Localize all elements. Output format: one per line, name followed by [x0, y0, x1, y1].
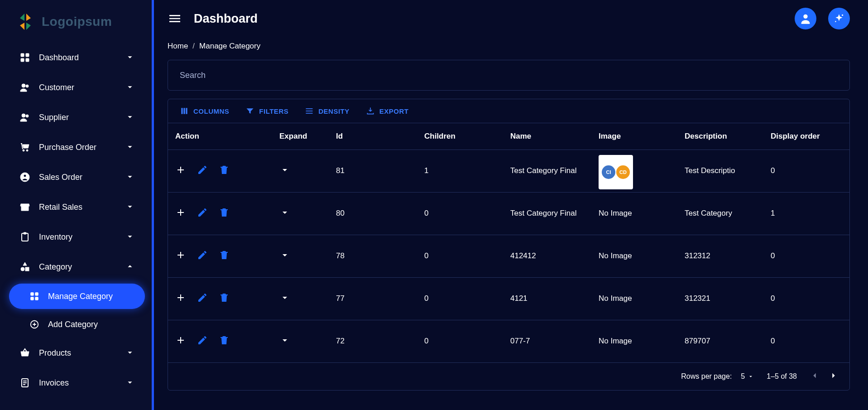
add-action-button[interactable] — [175, 207, 186, 220]
logo[interactable]: Logoipsum — [0, 0, 154, 41]
edit-action-button[interactable] — [197, 250, 208, 263]
header-expand[interactable]: Expand — [272, 123, 329, 150]
add-action-button[interactable] — [175, 292, 186, 305]
menu-toggle-button[interactable] — [168, 11, 182, 26]
sparkle-button[interactable] — [828, 8, 850, 29]
thumbnail-image: CICD — [599, 155, 633, 189]
sidebar-item-retail-sales[interactable]: Retail Sales — [9, 192, 145, 222]
next-page-button[interactable] — [829, 371, 839, 382]
cell-id: 72 — [329, 320, 417, 362]
svg-point-6 — [22, 114, 25, 117]
density-button[interactable]: DENSITY — [298, 103, 356, 119]
table-header-row: Action Expand Id Children Name Image Des… — [168, 123, 850, 150]
sidebar-subitem-label: Add Category — [48, 320, 135, 329]
breadcrumb: Home / Manage Category — [168, 42, 850, 51]
toolbar-filters-label: FILTERS — [259, 107, 288, 115]
add-action-button[interactable] — [175, 250, 186, 263]
people-icon — [19, 82, 31, 93]
rows-per-page-select[interactable]: 5 — [741, 372, 754, 381]
delete-action-button[interactable] — [219, 164, 230, 178]
delete-action-button[interactable] — [219, 207, 230, 220]
chevron-down-icon — [125, 232, 135, 243]
expand-row-button[interactable] — [279, 169, 290, 177]
header-description[interactable]: Description — [677, 123, 763, 150]
expand-row-button[interactable] — [279, 254, 290, 262]
sidebar-item-supplier[interactable]: Supplier — [9, 102, 145, 132]
cell-name: Test Category Final — [503, 192, 591, 235]
delete-action-button[interactable] — [219, 335, 230, 348]
invoice-icon — [19, 377, 31, 389]
breadcrumb-home[interactable]: Home — [168, 42, 188, 51]
edit-action-button[interactable] — [197, 292, 208, 305]
header-display-order[interactable]: Display order — [763, 123, 850, 150]
category-icon — [19, 261, 31, 273]
cell-name: 412412 — [503, 235, 591, 277]
svg-rect-19 — [35, 297, 38, 300]
store-icon — [19, 201, 31, 213]
sidebar-item-label: Retail Sales — [39, 203, 117, 212]
edit-action-button[interactable] — [197, 164, 208, 178]
sidebar-item-label: Supplier — [39, 113, 117, 122]
sidebar-subitem-manage-category[interactable]: Manage Category — [9, 284, 145, 309]
expand-row-button[interactable] — [279, 339, 290, 347]
search-box[interactable] — [168, 60, 850, 91]
cart-icon — [19, 141, 31, 153]
dashboard-icon — [29, 291, 40, 302]
edit-action-button[interactable] — [197, 335, 208, 348]
svg-point-24 — [835, 21, 836, 22]
header-children[interactable]: Children — [417, 123, 503, 150]
table-row: 720077-7No Image879707020 — [168, 320, 850, 362]
sidebar-subitem-add-category[interactable]: Add Category — [9, 311, 145, 338]
add-action-button[interactable] — [175, 164, 186, 178]
expand-row-button[interactable] — [279, 296, 290, 305]
cell-name: Test Category Final — [503, 150, 591, 192]
header-image[interactable]: Image — [591, 123, 677, 150]
svg-rect-29 — [306, 111, 313, 111]
sidebar-item-category[interactable]: Category — [9, 252, 145, 282]
svg-rect-25 — [181, 108, 182, 114]
sidebar-item-customer[interactable]: Customer — [9, 72, 145, 102]
header-action[interactable]: Action — [168, 123, 272, 150]
cell-description: Test Descriptio — [677, 150, 763, 192]
profile-button[interactable] — [795, 8, 816, 29]
prev-page-button[interactable] — [810, 371, 820, 382]
svg-point-14 — [21, 267, 24, 271]
sidebar-item-invoices[interactable]: Invoices — [9, 368, 145, 398]
svg-rect-2 — [21, 58, 24, 62]
export-button[interactable]: EXPORT — [360, 103, 415, 119]
chevron-up-icon — [125, 261, 135, 273]
edit-action-button[interactable] — [197, 207, 208, 220]
cell-description: 312312 — [677, 235, 763, 277]
columns-button[interactable]: COLUMNS — [173, 103, 235, 119]
sidebar-item-sales-order[interactable]: Sales Order — [9, 162, 145, 192]
delete-action-button[interactable] — [219, 250, 230, 263]
cell-id: 78 — [329, 235, 417, 277]
add-action-button[interactable] — [175, 335, 186, 348]
breadcrumb-current: Manage Category — [199, 42, 260, 51]
sidebar-item-inventory[interactable]: Inventory — [9, 222, 145, 252]
svg-rect-0 — [21, 53, 24, 57]
filters-button[interactable]: FILTERS — [239, 103, 295, 119]
sidebar-item-purchase-order[interactable]: Purchase Order — [9, 132, 145, 162]
logo-text: Logoipsum — [42, 14, 112, 29]
sidebar-item-label: Inventory — [39, 232, 117, 242]
header-name[interactable]: Name — [503, 123, 591, 150]
sidebar-subitem-label: Manage Category — [48, 292, 135, 301]
svg-point-22 — [803, 14, 807, 19]
expand-row-button[interactable] — [279, 211, 290, 220]
chevron-down-icon — [125, 112, 135, 123]
sidebar-item-products[interactable]: Products — [9, 338, 145, 368]
people-icon — [19, 111, 31, 123]
svg-point-23 — [842, 14, 843, 16]
sidebar-item-dashboard[interactable]: Dashboard — [9, 43, 145, 72]
cell-description: 879707 — [677, 320, 763, 362]
cell-display-order: 0 — [763, 277, 850, 320]
cell-image: No Image — [591, 277, 677, 320]
cell-image: No Image — [591, 320, 677, 362]
toolbar-columns-label: COLUMNS — [193, 107, 229, 115]
search-input[interactable] — [179, 70, 839, 81]
sidebar-scroll-edge — [152, 0, 154, 410]
logo-icon — [15, 12, 35, 32]
delete-action-button[interactable] — [219, 292, 230, 305]
header-id[interactable]: Id — [329, 123, 417, 150]
